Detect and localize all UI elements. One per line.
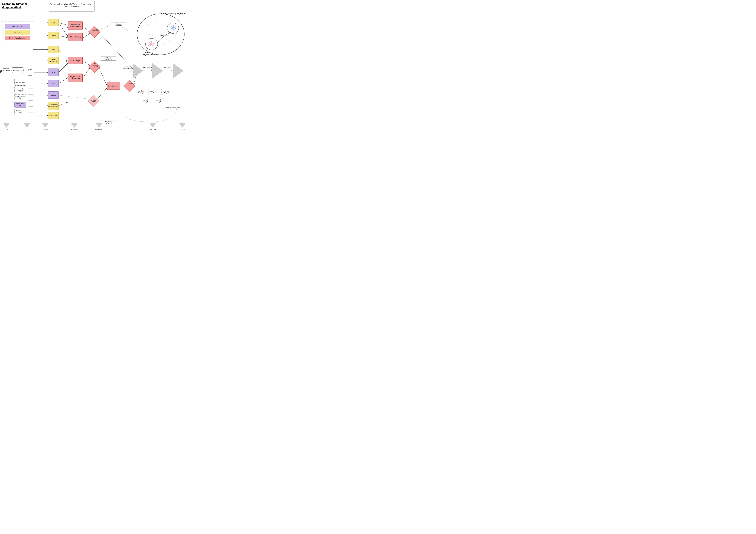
svg-point-52: [149, 29, 149, 29]
cluster-diagram: Distance Input style/genres Library trac…: [136, 12, 186, 56]
custom-string-tag-node: Custom string (multi-value) tag: [48, 102, 59, 110]
query-bottom-indicator: Query: [24, 123, 30, 130]
list-of-tracks-container: List of tracks: [173, 63, 184, 78]
svg-point-70: [146, 33, 147, 33]
svg-line-34: [99, 67, 107, 85]
legend-user-tags: User tags: [5, 30, 30, 35]
svg-point-59: [175, 25, 176, 26]
pick-by-score-node: Pick by score?: [148, 89, 159, 95]
svg-point-90: [152, 45, 153, 46]
filtering-conditions-label: Filtering conditions: [111, 22, 126, 27]
svg-point-88: [152, 43, 154, 44]
anti-influences-node: (Anti)Influences filter: [14, 94, 26, 100]
num-range-node: Num Range: [68, 57, 83, 64]
progressive-playlist-node: Progressive Playlist?: [161, 89, 172, 95]
svg-point-54: [160, 25, 160, 25]
svg-point-96: [173, 25, 174, 27]
svg-point-91: [150, 43, 152, 45]
query-prefilter-node: Query pre-filter: [12, 67, 23, 73]
svg-line-29: [83, 61, 90, 65]
page-title: Search by Distance Graph method: [2, 2, 28, 10]
selection-bottom-indicator: Selection: [149, 123, 156, 130]
svg-point-71: [147, 36, 148, 37]
match-diamond: Match?: [89, 96, 98, 106]
svg-point-56: [166, 26, 166, 26]
title-block: Search by Distance Graph method: [2, 2, 28, 10]
derivation-bottom-indicator: Derivation: [70, 123, 78, 130]
within-range-diamond: Within customizable range?: [90, 62, 99, 71]
svg-point-79: [170, 40, 170, 41]
svg-point-102: [171, 29, 172, 30]
key-node: Key: [48, 80, 59, 87]
svg-point-53: [156, 23, 157, 24]
music-graph-node: Music Graph Style/Genre Map: [68, 21, 83, 30]
svg-point-92: [153, 44, 154, 45]
svg-line-19: [59, 23, 68, 37]
svg-point-78: [167, 41, 167, 42]
nba-pathfinding-node: NBA* pathfinding: [68, 33, 83, 41]
svg-point-62: [170, 33, 171, 34]
conditions-bottom-indicator: Conditions: [95, 123, 103, 130]
svg-line-24: [99, 25, 111, 30]
svg-point-84: [174, 38, 175, 39]
title-date-artist-node: Title Date Artist: [14, 79, 26, 86]
svg-line-20: [59, 27, 68, 36]
svg-line-27: [59, 63, 68, 72]
input-bottom-indicator: Input: [3, 123, 10, 130]
svg-point-99: [174, 29, 175, 30]
input-arrow-left: [0, 70, 2, 73]
similar-artists-node: Similar artists filter: [14, 102, 26, 108]
global-forced-node: Global forced query: [14, 109, 26, 115]
cluster-svg: Distance Input style/genres: [136, 12, 186, 56]
svg-point-80: [173, 38, 173, 38]
svg-point-101: [175, 28, 176, 29]
svg-point-61: [173, 32, 174, 33]
svg-point-55: [163, 22, 163, 23]
svg-text:Distance: Distance: [160, 34, 167, 36]
svg-line-23: [83, 34, 90, 38]
remove-duplicates-label: Remove duplicates: [25, 75, 35, 78]
svg-point-87: [151, 41, 152, 43]
playlist-creation-container: Playlist creation: [152, 63, 163, 78]
svg-text:Input: Input: [145, 51, 149, 53]
performance-note: For every track on the library: O(i*j*k)…: [49, 1, 94, 9]
svg-point-63: [167, 35, 168, 36]
svg-point-93: [148, 45, 149, 46]
svg-line-18: [59, 23, 68, 25]
max-distance-diamond: < max distance?: [90, 27, 99, 36]
legend-on-the-fly: On the fly calculation: [5, 36, 30, 40]
svg-line-31: [59, 95, 88, 99]
svg-line-28: [59, 78, 68, 84]
svg-point-76: [160, 45, 161, 45]
retry-label: Retry with output N times: [165, 107, 180, 108]
svg-line-25: [59, 49, 68, 61]
relative-conditions-label: Relative conditions: [100, 56, 116, 61]
svg-point-68: [152, 36, 153, 36]
imposed-by-weights-node: Imposed by Weights: [14, 87, 26, 93]
svg-line-32: [59, 102, 68, 106]
custom-number-tag-node: Custom number tag: [48, 57, 59, 64]
svg-point-49: [147, 24, 148, 25]
svg-point-77: [163, 43, 164, 44]
pool-eligible-container: Pool of elegible tracks: [133, 63, 143, 78]
svg-point-95: [171, 26, 172, 27]
svg-point-69: [149, 34, 150, 35]
harmonic-mixing-2-node: Harmonic mixing?: [153, 98, 164, 104]
harmonic-mixing-1-node: Harmonic mixing?: [140, 98, 151, 104]
style-node: Style: [48, 19, 59, 26]
svg-point-50: [150, 22, 151, 23]
svg-line-30: [83, 68, 90, 78]
key-range-node: Key range with Circle of fifths: [68, 74, 83, 82]
svg-line-33: [99, 32, 133, 68]
date-node: Date: [48, 46, 59, 53]
composer-node: Composer: [48, 112, 59, 119]
moods-node: Moods: [48, 91, 59, 99]
svg-point-100: [172, 27, 174, 29]
output-bottom-indicator: Output: [179, 123, 186, 130]
svg-point-60: [176, 29, 177, 29]
random-picking-node: Random Picking?: [136, 89, 146, 95]
svg-point-66: [158, 38, 159, 39]
svg-point-83: [176, 36, 176, 37]
svg-point-64: [164, 38, 165, 38]
similarity-score-node: Similarity score: [107, 82, 120, 89]
